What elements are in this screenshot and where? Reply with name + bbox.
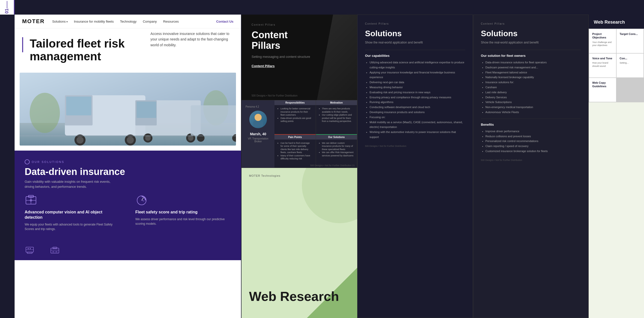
- nav-link-company[interactable]: Company: [143, 20, 157, 23]
- fleet-image-svg: [20, 73, 236, 146]
- nav-link-technology[interactable]: Technology: [120, 20, 137, 23]
- sp1-cap-7: Running algorithms: [370, 100, 465, 105]
- persona-solutions-title: Our Solutions: [316, 135, 357, 140]
- wrc-header: Web Research: [589, 15, 644, 29]
- cp-footer: 500 Designs • Not for Further Distributi…: [252, 94, 297, 97]
- nav-bar: MOTER Solutions Insurance for mobility f…: [15, 15, 241, 28]
- sp1-divider: [365, 50, 465, 50]
- wr-title: Web Research: [249, 290, 339, 303]
- svg-point-8: [76, 137, 84, 144]
- persona-avatar: [249, 111, 267, 128]
- persona-pain-title: Pain Points: [274, 135, 316, 140]
- wrc-card-target-title: Target Cons...: [620, 32, 640, 36]
- svg-rect-18: [191, 105, 236, 135]
- svg-point-42: [255, 114, 262, 121]
- sp2-label: Content Pillars: [481, 22, 581, 25]
- persona-footer: 500 Designs • Not for Further Distributi…: [310, 164, 355, 167]
- solutions-section: OUR SOLUTIONS Data-driven insurance Gain…: [15, 151, 241, 240]
- sp2-fs-4: Nationally licensed brokerage capability: [486, 75, 581, 80]
- bottom-icon-2: [50, 245, 60, 255]
- sp2-fs-11: Autonomous Vehicle Fleets: [486, 110, 581, 115]
- nav-contact-button[interactable]: Contact Us: [216, 20, 233, 23]
- hero-title: Tailored fleet risk management: [30, 37, 130, 63]
- svg-line-28: [142, 198, 143, 200]
- bottom-icon-1: [25, 245, 35, 255]
- persona-motivation-content: There are very few products available to…: [319, 107, 354, 123]
- nav-link-solutions[interactable]: Solutions: [52, 20, 67, 23]
- wrc-card-project-objectives[interactable]: Project Objectives Your challenge and yo…: [589, 29, 616, 53]
- wrc-card-con-sub: Setting...: [620, 61, 640, 65]
- nav-logo: MOTER: [22, 18, 45, 25]
- sp2-b-4: Claim reporting / speed of recovery: [486, 144, 581, 149]
- persona-responsibilities-title: Responsibilities: [274, 100, 316, 105]
- sp1-section-title: Our capabilities: [365, 54, 465, 58]
- sp2-divider: [481, 50, 581, 50]
- bottom-icon-1-svg: [25, 245, 35, 255]
- sp2-b-1: Improve driver performance: [486, 129, 581, 134]
- sp2-divider-2: [481, 119, 581, 119]
- sp1-cap-6: Ensuring privacy and compliance through …: [370, 95, 465, 100]
- content-pillars-slide: Content Pillars ContentPillars Setting m…: [242, 15, 357, 100]
- website-preview: MOTER Solutions Insurance for mobility f…: [15, 15, 241, 318]
- persona-cell-responsibilities: Responsibilities Looking for better comm…: [274, 100, 316, 134]
- wrc-card-wc-title: Web Copy Guidelines: [592, 81, 613, 88]
- persona-role: VP, Transportation Broker: [246, 137, 271, 143]
- sp2-section-title: Our solution for fleet owners: [481, 54, 581, 58]
- sp2-b-2: Reduce collisions and prevent losses: [486, 134, 581, 139]
- svg-point-2: [30, 93, 60, 133]
- wrc-card-target[interactable]: Target Cons...: [617, 29, 643, 53]
- right-solutions-panel-1: Content Pillars Solutions Show the real-…: [357, 15, 473, 318]
- solution-card-1-desc: We equip your fleets with advanced tools…: [25, 222, 120, 231]
- sp1-cap-2: Applying your insurance knowledge and fi…: [370, 70, 465, 80]
- persona-solutions-content: We can deliver custom insurance products…: [319, 142, 354, 157]
- sp1-label: Content Pillars: [365, 22, 465, 25]
- persona-responsibilities-content: Looking for better commercial insurance …: [277, 107, 313, 123]
- svg-point-19: [197, 134, 205, 142]
- persona-cell-solutions: Our Solutions We can deliver custom insu…: [316, 134, 357, 168]
- sp2-benefits-title: Benefits: [481, 123, 581, 126]
- hero-section: Tailored fleet risk management Access in…: [15, 28, 241, 68]
- sp1-cap-5: Evaluating risk and pricing insurance in…: [370, 90, 465, 95]
- wrc-cards-grid: Project Objectives Your challenge and yo…: [589, 29, 644, 102]
- sp2-fs-7: Last mile delivery: [486, 90, 581, 95]
- sp1-cap-8: Conducting software development and clou…: [370, 105, 465, 110]
- wrc-card-web-copy[interactable]: Web Copy Guidelines: [589, 78, 616, 102]
- wrc-card-po-title: Project Objectives: [592, 32, 613, 39]
- solution-card-2-icon: [135, 194, 148, 207]
- svg-rect-31: [27, 252, 32, 253]
- solutions-subtitle: Gain visibility with valuable insights o…: [25, 179, 113, 189]
- persona-badge: Persona 4.2: [246, 105, 259, 108]
- nav-links: Solutions Insurance for mobility fleets …: [52, 20, 216, 23]
- svg-rect-21: [20, 135, 236, 136]
- persona-slide: Persona 4.2 Marsh, 40 VP, Transportation…: [242, 100, 357, 168]
- sp1-footer: 500 Designs • Not for Further Distributi…: [365, 145, 465, 147]
- bottom-icon-2-svg: [50, 245, 60, 255]
- sp2-fs-8: Delivery Services: [486, 95, 581, 100]
- wrc-card-voice-tone[interactable]: Voice and Tone How your brand should sou…: [589, 54, 616, 77]
- cp-content: Content Pillars ContentPillars Setting m…: [242, 15, 320, 77]
- web-research-slide: MOTER Technologies Web Research: [242, 168, 357, 318]
- svg-line-29: [142, 200, 144, 201]
- wrc-card-con[interactable]: Con... Setting...: [617, 54, 643, 77]
- persona-pain-content: Can be hard to find coverage for some of…: [277, 142, 313, 161]
- sp2-fs-10: Non-emergency medical transportation: [486, 105, 581, 110]
- sp1-capabilities-list: Utilizing advanced data science and arti…: [365, 60, 465, 140]
- svg-rect-6: [66, 97, 91, 115]
- nav-link-resources[interactable]: Resources: [163, 20, 179, 23]
- sp2-fs-3: Fleet Management tailored advice: [486, 70, 581, 75]
- sp2-b-3: Personalized risk control recommendation…: [486, 139, 581, 144]
- persona-cell-motivation: Motivation There are very few products a…: [316, 100, 357, 134]
- cp-link[interactable]: Content Pillars: [252, 64, 275, 68]
- solution-card-2-title: Fleet safety score and trip rating: [135, 210, 231, 215]
- hero-description: Access innovative insurance solutions th…: [150, 31, 231, 48]
- sp2-fleet-list: Data-driven insurance solutions for flee…: [481, 60, 581, 115]
- cp-diagonal-bg: [317, 15, 357, 100]
- right-panels-container: Content Pillars Solutions Show the real-…: [357, 15, 644, 318]
- solution-card-1-icon: [25, 194, 37, 207]
- center-panels: Content Pillars ContentPillars Setting m…: [242, 15, 357, 318]
- right-solutions-panel-2: Content Pillars Solutions Show the real-…: [473, 15, 589, 318]
- sp2-benefits-list: Improve driver performance Reduce collis…: [481, 129, 581, 154]
- svg-point-26: [30, 199, 32, 202]
- nav-link-insurance[interactable]: Insurance for mobility fleets: [74, 20, 114, 23]
- svg-rect-41: [253, 121, 263, 127]
